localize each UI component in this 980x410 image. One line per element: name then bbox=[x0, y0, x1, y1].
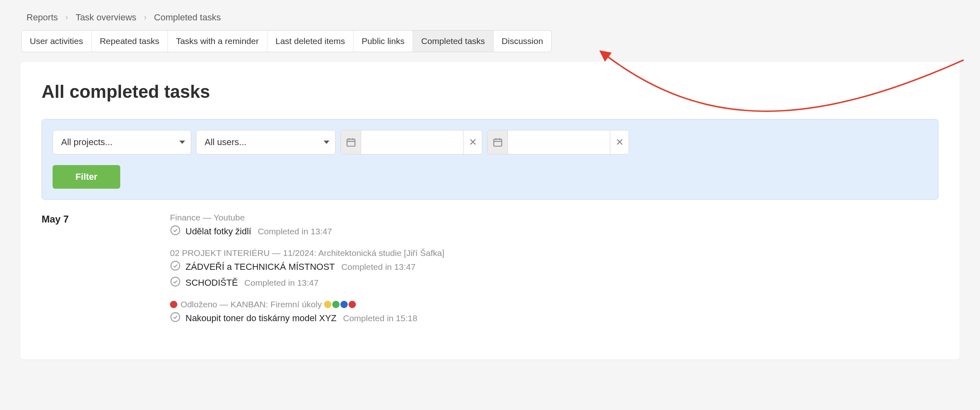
task-context-text: Odloženo — KANBAN: Firemní úkoly bbox=[181, 300, 322, 309]
date-to-input[interactable] bbox=[508, 130, 610, 154]
check-circle-icon bbox=[170, 260, 181, 273]
task-context[interactable]: Finance — Youtube bbox=[170, 213, 938, 223]
tab-bar: User activities Repeated tasks Tasks wit… bbox=[21, 30, 552, 52]
green-dot-icon bbox=[332, 301, 340, 308]
task-row[interactable]: ZÁDVEŘÍ a TECHNICKÁ MÍSTNOST Completed i… bbox=[170, 260, 938, 273]
date-from-group: ✕ bbox=[340, 130, 482, 154]
results: May 7 Finance — Youtube Udělat fotky žid… bbox=[42, 213, 938, 335]
task-name: Udělat fotky židlí bbox=[185, 226, 251, 237]
check-circle-icon bbox=[170, 276, 181, 289]
task-context[interactable]: 02 PROJEKT INTERIÉRU — 11/2024: Architek… bbox=[170, 248, 938, 258]
task-row[interactable]: Udělat fotky židlí Completed in 13:47 bbox=[170, 225, 938, 238]
task-group: Finance — Youtube Udělat fotky židlí Com… bbox=[170, 213, 938, 238]
task-name: Nakoupit toner do tiskárny model XYZ bbox=[185, 313, 337, 324]
breadcrumb-task-overviews[interactable]: Task overviews bbox=[75, 12, 136, 23]
chevron-right-icon: › bbox=[144, 12, 147, 23]
date-heading: May 7 bbox=[42, 213, 166, 335]
tab-user-activities[interactable]: User activities bbox=[22, 31, 92, 52]
clear-date-from[interactable]: ✕ bbox=[463, 130, 482, 154]
task-completed-time: Completed in 15:18 bbox=[343, 313, 417, 323]
tab-repeated-tasks[interactable]: Repeated tasks bbox=[92, 31, 168, 52]
breadcrumb-reports[interactable]: Reports bbox=[26, 12, 58, 23]
svg-point-11 bbox=[171, 313, 180, 322]
users-select-label: All users... bbox=[205, 137, 247, 148]
check-circle-icon bbox=[170, 225, 181, 238]
clear-date-to[interactable]: ✕ bbox=[610, 130, 629, 154]
task-row[interactable]: Nakoupit toner do tiskárny model XYZ Com… bbox=[170, 312, 938, 324]
task-group: 02 PROJEKT INTERIÉRU — 11/2024: Architek… bbox=[170, 248, 938, 289]
chevron-down-icon bbox=[324, 141, 329, 144]
chevron-down-icon bbox=[179, 141, 185, 144]
projects-select[interactable]: All projects... bbox=[53, 130, 191, 154]
task-completed-time: Completed in 13:47 bbox=[341, 262, 415, 272]
red-dot-icon bbox=[170, 301, 177, 308]
check-circle-icon bbox=[170, 312, 181, 324]
tab-last-deleted-items[interactable]: Last deleted items bbox=[267, 31, 353, 52]
task-name: SCHODIŠTĚ bbox=[185, 278, 238, 288]
projects-select-label: All projects... bbox=[61, 137, 113, 148]
svg-point-9 bbox=[171, 261, 180, 270]
breadcrumb: Reports › Task overviews › Completed tas… bbox=[26, 12, 960, 23]
content-card: All completed tasks All projects... All … bbox=[20, 62, 960, 359]
red-dot-icon bbox=[349, 301, 356, 308]
filter-panel: All projects... All users... ✕ bbox=[42, 119, 938, 200]
task-row[interactable]: SCHODIŠTĚ Completed in 13:47 bbox=[170, 276, 938, 289]
task-group: Odloženo — KANBAN: Firemní úkoly Nakoupi… bbox=[170, 300, 938, 324]
page-title: All completed tasks bbox=[42, 82, 938, 102]
tab-discussion[interactable]: Discussion bbox=[494, 31, 552, 52]
task-completed-time: Completed in 13:47 bbox=[258, 227, 332, 236]
calendar-icon[interactable] bbox=[341, 130, 361, 154]
yellow-dot-icon bbox=[324, 301, 331, 308]
task-name: ZÁDVEŘÍ a TECHNICKÁ MÍSTNOST bbox=[185, 262, 335, 272]
date-from-input[interactable] bbox=[361, 130, 463, 154]
svg-point-10 bbox=[171, 277, 180, 286]
svg-rect-4 bbox=[494, 139, 502, 146]
tab-public-links[interactable]: Public links bbox=[353, 31, 413, 52]
blue-dot-icon bbox=[340, 301, 348, 308]
task-context[interactable]: Odloženo — KANBAN: Firemní úkoly bbox=[170, 300, 938, 309]
users-select[interactable]: All users... bbox=[196, 130, 335, 154]
tab-tasks-with-reminder[interactable]: Tasks with a reminder bbox=[168, 31, 267, 52]
calendar-icon[interactable] bbox=[488, 130, 508, 154]
task-completed-time: Completed in 13:47 bbox=[244, 278, 318, 288]
tab-completed-tasks[interactable]: Completed tasks bbox=[413, 31, 493, 52]
breadcrumb-completed-tasks[interactable]: Completed tasks bbox=[154, 12, 221, 23]
svg-rect-0 bbox=[347, 139, 355, 146]
chevron-right-icon: › bbox=[65, 12, 68, 23]
filter-button[interactable]: Filter bbox=[53, 165, 120, 189]
date-to-group: ✕ bbox=[487, 130, 629, 154]
svg-point-8 bbox=[171, 226, 180, 235]
